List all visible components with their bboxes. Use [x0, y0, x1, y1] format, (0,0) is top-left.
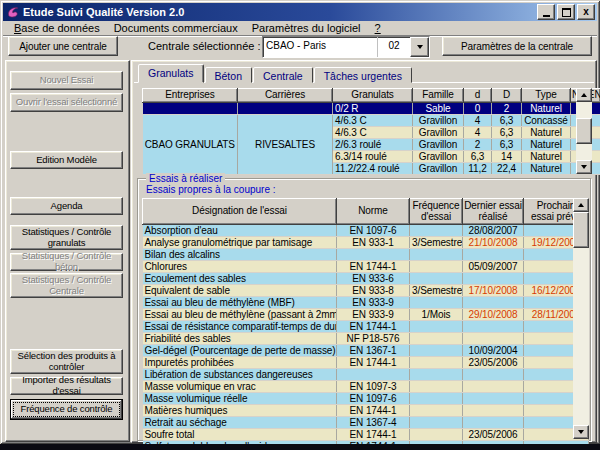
add-centrale-button[interactable]: Ajouter une centrale	[8, 36, 118, 56]
column-header-norme[interactable]: Norme	[337, 199, 410, 225]
dernier-essai-cell: 29/10/2008	[463, 309, 524, 321]
maximize-button[interactable]	[557, 4, 575, 20]
d-cell: 2	[464, 139, 492, 151]
essai-row-gel-degel-pourcentage-de-perte-de-masse[interactable]: Gel-dégel (Pourcentage de perte de masse…	[143, 345, 589, 357]
frequence-cell	[410, 417, 463, 429]
frequence-cell	[410, 321, 463, 333]
essai-row-absorption-d-eau[interactable]: Absorption d'eauEN 1097-628/08/2007	[143, 225, 589, 237]
tab-taches-urgentes[interactable]: Tâches urgentes	[314, 67, 412, 83]
dernier-essai-cell: 23/05/2006	[463, 357, 524, 369]
essai-row-bilan-des-alcalins[interactable]: Bilan des alcalins	[143, 249, 589, 261]
column-header-granulats[interactable]: Granulats	[333, 89, 413, 103]
carriere-cell: RIVESALTES	[238, 115, 333, 175]
essais-scrollbar[interactable]	[573, 198, 589, 439]
sidebar-button-frequence-de-controle[interactable]: Fréquence de contrôle	[10, 399, 123, 420]
essai-row-chlorures[interactable]: ChloruresEN 1744-105/09/2007	[143, 261, 589, 273]
D-cell: 6,3	[492, 115, 522, 127]
dernier-essai-cell: 23/05/2006	[463, 429, 524, 441]
designation-cell: Absorption d'eau	[143, 225, 337, 237]
essai-row-essai-au-bleu-de-methylene-mbf[interactable]: Essai au bleu de méthylène (MBF)EN 933-9	[143, 297, 589, 309]
column-header-dernier-essai-realise[interactable]: Dernier essai réalisé	[463, 199, 524, 225]
D-cell: 22,4	[492, 163, 522, 175]
norme-cell: EN 1744-1	[337, 429, 410, 441]
close-icon: x	[583, 7, 589, 17]
centrale-selected-label: Centrale sélectionnée :	[148, 40, 261, 52]
granulat-row-4-6-3-c[interactable]: CBAO GRANULATSRIVESALTES4/6.3 CGravillon…	[143, 115, 600, 127]
essai-row-essai-au-bleu-de-methylene-passant-a-2mm[interactable]: Essai au bleu de méthylène (passant à 2m…	[143, 309, 589, 321]
tab-granulats[interactable]: Granulats	[138, 64, 204, 83]
tab-centrale[interactable]: Centrale	[253, 67, 313, 83]
centrale-combobox[interactable]: CBAO - Paris 02	[262, 36, 430, 58]
scroll-down-button[interactable]	[576, 160, 592, 174]
essai-row-essai-de-resistance-comparatif-temps-de-durcissement[interactable]: Essai de résistance comparatif-temps de …	[143, 321, 589, 333]
scroll-up-button[interactable]	[573, 198, 589, 212]
designation-cell: Chlorures	[143, 261, 337, 273]
column-header-designation-de-l-essai[interactable]: Désignation de l'essai	[143, 199, 337, 225]
norme-cell: EN 933-1	[337, 237, 410, 249]
tab-beton[interactable]: Béton	[205, 67, 252, 83]
sidebar-button-edition-modele[interactable]: Edition Modèle	[10, 151, 123, 169]
d-cell: 11,2	[464, 163, 492, 175]
scroll-down-button[interactable]	[573, 425, 589, 439]
norme-cell: EN 1744-1	[337, 321, 410, 333]
arrow-up-icon	[581, 93, 587, 97]
menu-item-documents-commerciaux[interactable]: Documents commerciaux	[107, 22, 245, 34]
sidebar-button-statistiques-controle-granulats[interactable]: Statistiques / Contrôle granulats	[10, 225, 123, 250]
granulats-table-wrap: EntreprisesCarrièresGranulatsFamilledDTy…	[142, 88, 592, 174]
close-button[interactable]: x	[577, 4, 595, 20]
centrale-code[interactable]: 02	[377, 37, 410, 57]
entreprise-cell: CBAO GRANULATS	[143, 115, 238, 175]
app-window: Etude Suivi Qualité Version 2.0 x Base d…	[0, 0, 600, 444]
granulat-cell: 2/6.3 roulé	[333, 139, 413, 151]
tab-bar: GranulatsBétonCentraleTâches urgentes	[138, 64, 413, 83]
column-header-type[interactable]: Type	[522, 89, 571, 103]
minimize-button[interactable]	[537, 4, 555, 20]
essai-row-equivalent-de-sable[interactable]: Equivalent de sableEN 933-83/Semestre17/…	[143, 285, 589, 297]
arrow-down-icon	[578, 430, 584, 434]
column-header-d[interactable]: d	[464, 89, 492, 103]
essai-row-masse-volumique-en-vrac[interactable]: Masse volumique en vracEN 1097-3	[143, 381, 589, 393]
scroll-thumb[interactable]	[576, 118, 592, 144]
dernier-essai-cell	[463, 249, 524, 261]
dernier-essai-cell	[463, 297, 524, 309]
essai-row-impuretes-prohibees[interactable]: Impuretés prohibéesEN 1744-123/05/2006	[143, 357, 589, 369]
essai-row-masse-volumique-reelle[interactable]: Masse volumique réelleEN 1097-6	[143, 393, 589, 405]
column-header-d[interactable]: D	[492, 89, 522, 103]
column-header-frequence-d-essai[interactable]: Fréquence d'essai	[410, 199, 463, 225]
centrale-value[interactable]: CBAO - Paris	[263, 37, 377, 57]
sidebar-button-selection-des-produits-a-controler[interactable]: Sélection des produits à contrôler	[10, 349, 123, 374]
frequence-cell: 3/Semestre	[410, 285, 463, 297]
sidebar-button-importer-des-resultats-d-essai[interactable]: Importer des résultats d'essai	[10, 377, 123, 395]
main-panel: GranulatsBétonCentraleTâches urgentes En…	[131, 60, 597, 443]
famille-cell: Gravillon	[413, 151, 464, 163]
essai-row-friabilite-des-sables[interactable]: Friabilité des sablesNF P18-576	[143, 333, 589, 345]
designation-cell: Bilan des alcalins	[143, 249, 337, 261]
essai-row-soufre-total[interactable]: Soufre totalEN 1744-123/05/2006	[143, 429, 589, 441]
menu-item-[interactable]: ?	[368, 22, 388, 34]
menu-item-parametres-du-logiciel[interactable]: Paramètres du logiciel	[245, 22, 368, 34]
frequence-cell	[410, 381, 463, 393]
centrale-dropdown-button[interactable]	[410, 37, 429, 57]
granulats-scrollbar[interactable]	[576, 88, 592, 174]
sidebar-button-agenda[interactable]: Agenda	[10, 197, 123, 215]
essai-row-ecoulement-des-sables[interactable]: Ecoulement des sablesEN 933-6	[143, 273, 589, 285]
dernier-essai-cell	[463, 369, 524, 381]
column-header-entreprises[interactable]: Entreprises	[143, 89, 238, 103]
d-cell: 4	[464, 115, 492, 127]
essai-row-liberation-de-substances-dangereuses[interactable]: Libération de substances dangereuses	[143, 369, 589, 381]
scroll-up-button[interactable]	[576, 88, 592, 102]
menu-item-base-de-donnees[interactable]: Base de données	[7, 22, 107, 34]
scroll-thumb[interactable]	[573, 212, 589, 248]
granulat-cell: 0/2 R	[333, 103, 413, 115]
column-header-carrieres[interactable]: Carrières	[238, 89, 333, 103]
essai-row-matieres-humiques[interactable]: Matières humiquesEN 1744-1	[143, 405, 589, 417]
minimize-icon	[543, 15, 550, 17]
centrale-params-button[interactable]: Paramètres de la centrale	[442, 36, 592, 56]
norme-cell: EN 933-9	[337, 309, 410, 321]
essai-row-analyse-granulometrique-par-tamisage[interactable]: Analyse granulométrique par tamisageEN 9…	[143, 237, 589, 249]
granulat-row-0-2-r[interactable]: 0/2 RSable02NaturelX	[143, 103, 600, 115]
essai-row-retrait-au-sechage[interactable]: Retrait au séchageEN 1367-4	[143, 417, 589, 429]
frequence-cell	[410, 225, 463, 237]
column-header-famille[interactable]: Famille	[413, 89, 464, 103]
D-cell: 2	[492, 103, 522, 115]
